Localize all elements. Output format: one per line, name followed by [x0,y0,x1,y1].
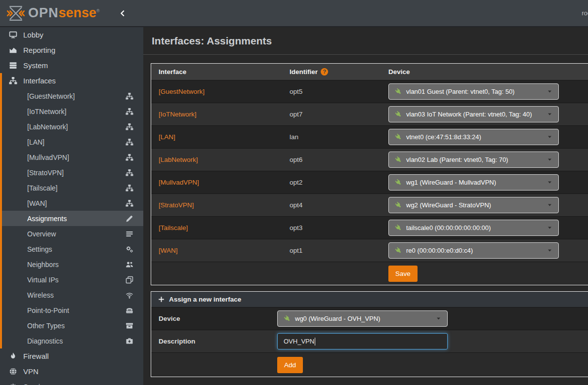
device-select[interactable]: tailscale0 (00:00:00:00:00:00) [388,220,559,236]
device-select[interactable]: vlan02 Lab (Parent: vtnet0, Tag: 70) [388,152,559,168]
assignments-table-body: [GuestNetwork]opt5vlan01 Guest (Parent: … [151,80,588,262]
sidebar-item-neighbors[interactable]: Neighbors [0,257,143,272]
sitemap-icon [126,169,133,177]
plug-icon [395,88,402,95]
sitemap-icon [126,108,133,116]
sidebar-item-label: Lobby [23,31,43,39]
wifi-icon [126,291,133,299]
list-icon [126,230,133,238]
sidebar-item-stratovpn[interactable]: [StratoVPN] [0,165,143,180]
assign-panel-header[interactable]: Assign a new interface [151,292,588,307]
sidebar-item-settings[interactable]: Settings [0,241,143,257]
clone-icon [126,276,133,284]
device-select[interactable]: vlan01 Guest (Parent: vtnet0, Tag: 50) [388,83,559,100]
assign-new-interface-panel: Assign a new interface Device wg0 (WireG… [151,291,588,377]
chevron-left-icon [119,9,126,17]
add-button[interactable]: Add [277,357,303,373]
sidebar-item-assignments[interactable]: Assignments [0,211,143,226]
sidebar-item-diagnostics[interactable]: Diagnostics [0,333,143,348]
sidebar-item-mullvadvpn[interactable]: [MullvadVPN] [0,150,143,165]
table-row-iotnetwork: [IoTNetwork]opt7vlan03 IoT Network (Pare… [151,103,588,125]
table-row-stratovpn: [StratoVPN]opt4wg2 (WireGuard - StratoVP… [151,193,588,216]
caret-down-icon [547,202,552,208]
sidebar-item-lan[interactable]: [LAN] [0,134,143,150]
interface-link[interactable]: [IoTNetwork] [159,111,197,118]
main-content: Interfaces: Assignments Interface Identi… [143,27,588,385]
sitemap-icon [126,123,133,131]
plug-icon [395,111,402,118]
caret-down-icon [547,157,552,162]
sidebar-item-wan[interactable]: [WAN] [0,195,143,211]
sidebar-item-point-to-point[interactable]: Point-to-Point [0,303,143,318]
sidebar-item-tailscale[interactable]: [Tailscale] [0,180,143,195]
identifier-value: opt2 [282,179,381,186]
device-select-value: wg2 (WireGuard - StratoVPN) [406,201,491,209]
add-row: Add [151,352,588,377]
sidebar-item-reporting[interactable]: Reporting [0,42,143,58]
caret-down-icon [547,248,552,253]
save-button[interactable]: Save [388,266,418,282]
gear-icon [9,383,17,385]
sidebar-item-label: Virtual IPs [27,276,59,284]
assign-panel-title: Assign a new interface [169,296,241,303]
sitemap-icon [126,92,133,100]
interface-link[interactable]: [StratoVPN] [159,201,194,209]
interface-link[interactable]: [LAN] [159,133,175,141]
top-navbar: OPNsense® roo [0,0,588,27]
column-header-interface: Interface [151,68,282,76]
sidebar-item-interfaces[interactable]: Interfaces [0,73,143,88]
interface-link[interactable]: [WAN] [159,247,178,254]
interface-link[interactable]: [Tailscale] [159,224,188,231]
sidebar-item-vpn[interactable]: VPN [0,364,143,379]
sidebar-item-label: Reporting [23,46,55,54]
device-select[interactable]: wg0 (WireGuard - OVH_VPN) [277,310,448,327]
question-icon[interactable]: ? [321,68,328,76]
sidebar-item-label: Point-to-Point [27,307,69,314]
description-input[interactable]: OVH_VPN [277,333,448,349]
sidebar-item-system[interactable]: System [0,58,143,73]
sidebar-collapse-button[interactable] [119,9,126,17]
text-cursor [315,338,315,346]
sidebar-item-label: Diagnostics [27,337,63,345]
sidebar-item-services[interactable]: Services [0,379,143,385]
interface-link[interactable]: [GuestNetwork] [159,88,205,95]
plug-icon [395,156,402,163]
sidebar-item-label: Other Types [27,322,65,330]
caret-down-icon [547,225,552,231]
device-select[interactable]: vtnet0 (ce:47:51:8d:33:24) [388,129,559,145]
sidebar-item-firewall[interactable]: Firewall [0,348,143,364]
device-select[interactable]: wg2 (WireGuard - StratoVPN) [388,197,559,213]
medkit-icon [126,337,133,345]
device-select[interactable]: re0 (00:00:00:e0:d0:c4) [388,242,559,259]
description-field-label: Description [151,338,277,345]
opnsense-logo[interactable]: OPNsense® [6,5,100,22]
device-select[interactable]: vlan03 IoT Network (Parent: vtnet0, Tag:… [388,106,559,122]
device-select[interactable]: wg1 (WireGuard - MullvadVPN) [388,174,559,191]
interface-link[interactable]: [LabNetwork] [159,156,198,163]
plug-icon [284,315,291,322]
sidebar-item-labnetwork[interactable]: [LabNetwork] [0,119,143,134]
chart-area-icon [9,46,17,54]
monitor-icon [9,31,17,39]
sidebar-item-lobby[interactable]: Lobby [0,27,143,42]
device-select-value: vlan03 IoT Network (Parent: vtnet0, Tag:… [406,111,532,118]
page-header: Interfaces: Assignments [143,27,588,55]
table-row-guestnetwork: [GuestNetwork]opt5vlan01 Guest (Parent: … [151,80,588,103]
sidebar-item-virtual-ips[interactable]: Virtual IPs [0,272,143,287]
interface-link[interactable]: [MullvadVPN] [159,179,199,186]
identifier-value: opt1 [282,247,381,254]
sidebar-item-label: [GuestNetwork] [27,92,75,100]
device-select-value: vlan01 Guest (Parent: vtnet0, Tag: 50) [406,88,514,95]
sidebar-item-wireless[interactable]: Wireless [0,287,143,303]
sitemap-icon [126,184,133,192]
sidebar-item-overview[interactable]: Overview [0,226,143,241]
sidebar-item-other-types[interactable]: Other Types [0,318,143,333]
plug-icon [395,179,402,186]
sidebar-item-iotnetwork[interactable]: [IoTNetwork] [0,104,143,119]
description-field-row: Description OVH_VPN [151,330,588,352]
table-row-tailscale: [Tailscale]opt3tailscale0 (00:00:00:00:0… [151,216,588,239]
caret-down-icon [547,180,552,185]
identifier-value: opt3 [282,224,381,231]
sidebar-item-label: [IoTNetwork] [27,108,66,116]
sidebar-item-guestnetwork[interactable]: [GuestNetwork] [0,88,143,104]
